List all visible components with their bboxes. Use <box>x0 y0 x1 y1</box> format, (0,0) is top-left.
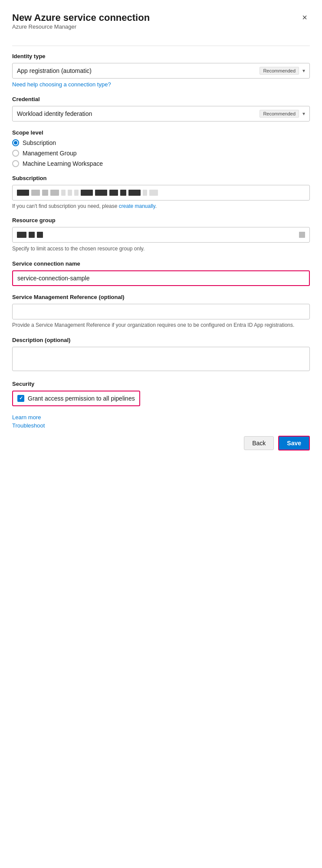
sub-block-3 <box>42 190 48 196</box>
service-management-label: Service Management Reference (optional) <box>12 294 310 300</box>
grant-access-label: Grant access permission to all pipelines <box>28 395 135 402</box>
sub-block-9 <box>95 190 107 196</box>
radio-management-group-circle <box>12 150 19 157</box>
footer-links: Learn more Troubleshoot <box>12 414 310 429</box>
resource-group-hint: Specify to limit access to the chosen re… <box>12 245 310 253</box>
sub-block-13 <box>143 190 147 196</box>
back-button[interactable]: Back <box>244 436 274 450</box>
radio-ml-workspace-circle <box>12 160 19 167</box>
subscription-dropdown[interactable] <box>12 185 310 201</box>
scope-radio-group: Subscription Management Group Machine Le… <box>12 139 310 167</box>
action-buttons: Back Save <box>12 436 310 450</box>
subscription-section: Subscription If you can't find subscript… <box>12 175 310 209</box>
res-block-2 <box>29 232 35 238</box>
radio-management-group[interactable]: Management Group <box>12 150 310 157</box>
radio-subscription-label: Subscription <box>23 139 56 146</box>
radio-subscription[interactable]: Subscription <box>12 139 310 146</box>
grant-access-checkbox-wrapper[interactable]: Grant access permission to all pipelines <box>12 391 140 406</box>
credential-section: Credential Workload identity federation … <box>12 96 310 122</box>
res-block-1 <box>17 232 26 238</box>
identity-type-label: Identity type <box>12 53 310 59</box>
create-manually-link[interactable]: create manually <box>119 203 155 209</box>
sub-block-4 <box>50 190 59 196</box>
sub-block-14 <box>149 190 158 196</box>
credential-dropdown[interactable]: Workload identity federation Recommended… <box>12 106 310 122</box>
credential-chevron-icon: ▾ <box>302 111 305 117</box>
learn-more-link[interactable]: Learn more <box>12 414 310 421</box>
title-group: New Azure service connection Azure Resou… <box>12 12 150 39</box>
service-connection-name-label: Service connection name <box>12 260 310 267</box>
description-label: Description (optional) <box>12 337 310 343</box>
identity-type-value: App registration (automatic) <box>17 67 260 74</box>
description-textarea[interactable] <box>12 347 310 371</box>
panel: New Azure service connection Azure Resou… <box>0 0 322 868</box>
panel-subtitle: Azure Resource Manager <box>12 23 150 30</box>
identity-type-section: Identity type App registration (automati… <box>12 53 310 88</box>
sub-block-12 <box>128 190 141 196</box>
credential-label: Credential <box>12 96 310 102</box>
identity-type-dropdown[interactable]: App registration (automatic) Recommended… <box>12 63 310 79</box>
identity-type-chevron-icon: ▾ <box>302 68 305 74</box>
identity-type-badge: Recommended <box>260 67 299 75</box>
service-connection-name-input[interactable] <box>12 270 310 286</box>
sub-block-7 <box>74 190 79 196</box>
panel-header: New Azure service connection Azure Resou… <box>12 12 310 39</box>
credential-badge: Recommended <box>260 110 299 118</box>
service-management-input[interactable] <box>12 304 310 319</box>
res-block-3 <box>37 232 43 238</box>
service-connection-name-section: Service connection name <box>12 260 310 286</box>
resource-group-dropdown[interactable] <box>12 227 310 243</box>
resource-group-section: Resource group Specify to limit access t… <box>12 217 310 253</box>
help-link[interactable]: Need help choosing a connection type? <box>12 81 111 88</box>
resource-group-label: Resource group <box>12 217 310 224</box>
sub-block-10 <box>109 190 118 196</box>
sub-block-1 <box>17 190 29 196</box>
panel-title: New Azure service connection <box>12 12 150 23</box>
header-divider <box>12 46 310 46</box>
sub-block-6 <box>68 190 72 196</box>
scope-level-label: Scope level <box>12 129 310 136</box>
troubleshoot-link[interactable]: Troubleshoot <box>12 422 310 429</box>
description-section: Description (optional) <box>12 337 310 373</box>
identity-type-right: Recommended ▾ <box>260 67 305 75</box>
sub-block-5 <box>61 190 66 196</box>
security-section: Security Grant access permission to all … <box>12 381 310 406</box>
service-management-section: Service Management Reference (optional) … <box>12 294 310 329</box>
service-management-hint: Provide a Service Management Reference i… <box>12 322 310 329</box>
subscription-label: Subscription <box>12 175 310 181</box>
scope-level-section: Scope level Subscription Management Grou… <box>12 129 310 167</box>
sub-block-11 <box>120 190 126 196</box>
radio-management-group-label: Management Group <box>23 150 77 157</box>
security-label: Security <box>12 381 310 387</box>
res-block-4 <box>299 232 305 238</box>
radio-ml-workspace[interactable]: Machine Learning Workspace <box>12 160 310 167</box>
radio-ml-workspace-label: Machine Learning Workspace <box>23 160 103 167</box>
save-button[interactable]: Save <box>278 436 310 450</box>
radio-subscription-circle <box>12 139 19 146</box>
subscription-help: If you can't find subscription you need,… <box>12 203 310 209</box>
credential-value: Workload identity federation <box>17 110 260 117</box>
sub-block-2 <box>31 190 40 196</box>
grant-access-checkbox[interactable] <box>17 395 24 402</box>
sub-block-8 <box>81 190 93 196</box>
close-button[interactable]: × <box>299 12 310 23</box>
credential-right: Recommended ▾ <box>260 110 305 118</box>
